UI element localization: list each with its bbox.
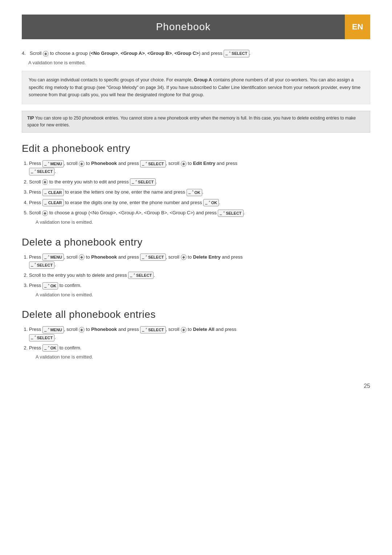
step-number: 4. xyxy=(22,49,27,57)
intro-step-text: Scroll ✚ to choose a group (<No Group>, … xyxy=(30,49,250,57)
delete-all-steps-list: Press ⎯ ⌃MENU, scroll ✚ to Phonebook and… xyxy=(22,325,370,361)
edit-step-4: Press ⎯ CLEAR to erase the digits one by… xyxy=(29,199,370,207)
page-title: Phonebook xyxy=(22,15,345,39)
ok-key-da2: ⎯ ⌃OK xyxy=(42,344,58,352)
select-key-da1c: ⎯ ⌃SELECT xyxy=(29,334,54,341)
delete-all-step-1: Press ⎯ ⌃MENU, scroll ✚ to Phonebook and… xyxy=(29,325,370,341)
scroll-icon-edit5: ✚ xyxy=(42,210,48,216)
tip-text: You can store up to 250 phonebook entrie… xyxy=(27,116,356,127)
menu-key-del1: ⎯ ⌃MENU xyxy=(42,254,64,261)
menu-key-edit1: ⎯ ⌃MENU xyxy=(42,160,64,167)
delete-step-3: Press ⎯ ⌃OK to confirm. A validation ton… xyxy=(29,281,370,299)
clear-key-edit4: ⎯ CLEAR xyxy=(42,199,64,206)
ok-key-edit4: ⎯ ⌃OK xyxy=(203,199,219,206)
delete-all-section-heading: Delete all phonebook entries xyxy=(22,309,370,320)
scroll-icon-del1: ✚ xyxy=(79,254,85,260)
delete-steps-list: Press ⎯ ⌃MENU, scroll ✚ to Phonebook and… xyxy=(22,253,370,299)
edit-section-heading: Edit a phonebook entry xyxy=(22,143,370,154)
select-key-del2: ⎯ ⌃SELECT xyxy=(128,272,154,279)
select-key-da1: ⎯ ⌃SELECT xyxy=(140,326,166,333)
scroll-icon-edit1: ✚ xyxy=(79,161,85,167)
delete-step-2: Scroll to the entry you wish to delete a… xyxy=(29,271,370,279)
scroll-icon-da1: ✚ xyxy=(79,327,85,333)
scroll-icon-edit2: ✚ xyxy=(42,179,48,185)
select-key-edit1: ⎯ ⌃SELECT xyxy=(140,160,166,167)
edit-step-3: Press ⎯ CLEAR to erase the letters one b… xyxy=(29,188,370,196)
tip-box: TIP You can store up to 250 phonebook en… xyxy=(22,111,370,133)
intro-step: 4. Scroll ✚ to choose a group (<No Group… xyxy=(22,49,370,66)
scroll-icon-da1b: ✚ xyxy=(181,327,187,333)
select-key-del1: ⎯ ⌃SELECT xyxy=(140,254,166,261)
delete-all-step-2-note: A validation tone is emitted. xyxy=(29,353,370,361)
info-box-text: You can assign individual contacts to sp… xyxy=(29,77,360,97)
delete-section-heading: Delete a phonebook entry xyxy=(22,236,370,248)
tip-label: TIP xyxy=(27,116,34,121)
edit-step-5-note: A validation tone is emitted. xyxy=(29,218,370,226)
delete-step-1: Press ⎯ ⌃MENU, scroll ✚ to Phonebook and… xyxy=(29,253,370,269)
delete-step-3-note: A validation tone is emitted. xyxy=(29,291,370,299)
page-header: Phonebook EN xyxy=(22,15,370,39)
select-key-edit5: ⎯ ⌃SELECT xyxy=(218,210,243,217)
scroll-icon: ✚ xyxy=(43,51,49,57)
edit-steps-list: Press ⎯ ⌃MENU, scroll ✚ to Phonebook and… xyxy=(22,159,370,226)
select-key-del1c: ⎯ ⌃SELECT xyxy=(29,262,54,269)
select-key-edit2: ⎯ ⌃SELECT xyxy=(130,178,155,186)
select-key-edit1c: ⎯ ⌃SELECT xyxy=(29,168,54,175)
menu-key-da1: ⎯ ⌃MENU xyxy=(42,326,64,333)
ok-key-del3: ⎯ ⌃OK xyxy=(42,282,58,289)
edit-step-1: Press ⎯ ⌃MENU, scroll ✚ to Phonebook and… xyxy=(29,159,370,175)
scroll-icon-del1b: ✚ xyxy=(181,254,187,260)
scroll-icon-edit1b: ✚ xyxy=(181,161,187,167)
clear-key-edit3: ⎯ CLEAR xyxy=(42,189,64,196)
edit-step-2: Scroll ✚ to the entry you wish to edit a… xyxy=(29,178,370,186)
page-number: 25 xyxy=(22,383,370,389)
info-box: You can assign individual contacts to sp… xyxy=(22,71,370,104)
select-key: ⎯ ⌃SELECT xyxy=(224,50,249,57)
language-badge: EN xyxy=(345,15,370,39)
intro-step-note: A validation tone is emitted. xyxy=(22,59,370,66)
delete-all-step-2: Press ⎯ ⌃OK to confirm. A validation ton… xyxy=(29,344,370,361)
edit-step-5: Scroll ✚ to choose a group (<No Group>, … xyxy=(29,209,370,226)
ok-key-edit3: ⎯ ⌃OK xyxy=(187,189,202,196)
